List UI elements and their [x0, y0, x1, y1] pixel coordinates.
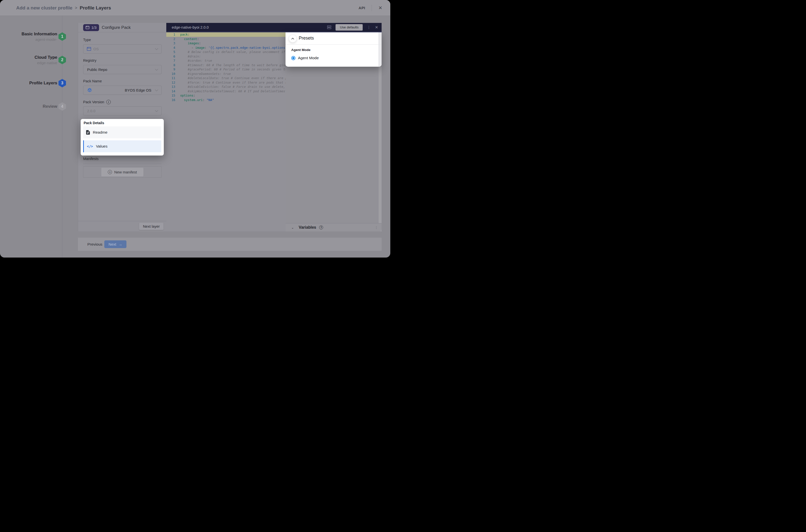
pack-details-readme-item[interactable]: Readme — [83, 127, 161, 138]
agent-mode-radio-label: Agent Mode — [298, 56, 319, 60]
header-actions: API ✕ — [359, 0, 382, 16]
pack-version-label-text: Pack Version — [83, 100, 104, 104]
code-lines[interactable]: 1pack:2 content:3 images:4 - image: '{{.… — [166, 32, 285, 231]
type-value: OS — [93, 47, 99, 51]
step-number: 4 — [61, 104, 63, 109]
step-4-badge[interactable]: 4 — [58, 102, 66, 111]
variables-section-header[interactable]: ⌄ Variables ? ⋮︎ — [285, 223, 381, 231]
step-number: 2 — [61, 58, 63, 62]
presets-collapse-button[interactable] — [289, 35, 297, 42]
registry-label: Registry — [83, 58, 96, 62]
chevron-down-icon — [155, 69, 158, 71]
breadcrumb-parent[interactable]: Add a new cluster profile — [16, 5, 72, 11]
new-manifest-button[interactable]: + New manifest — [83, 166, 162, 178]
side-panel-scrollbar[interactable] — [379, 67, 381, 231]
step-profile-layers[interactable]: Profile Layers — [30, 80, 57, 86]
os-type-icon — [87, 47, 91, 51]
split-view-icon[interactable] — [327, 25, 331, 29]
breadcrumb-separator: > — [75, 6, 77, 10]
registry-value: Public Repo — [87, 68, 107, 72]
new-manifest-label: New manifest — [114, 170, 137, 174]
close-wizard-icon[interactable]: ✕ — [378, 5, 382, 10]
wizard-stepper: Basic Information agent-mode- 1 Cloud Ty… — [0, 16, 78, 258]
step-title: Profile Layers — [30, 80, 57, 86]
presets-scrollbar[interactable] — [378, 32, 381, 67]
cluster-profile-wizard-window: Add a new cluster profile > Profile Laye… — [0, 0, 390, 258]
api-button[interactable]: API — [359, 6, 365, 10]
breadcrumb: Add a new cluster profile > Profile Laye… — [16, 0, 111, 16]
step-title: Review — [42, 104, 57, 109]
chevron-down-icon — [155, 110, 158, 112]
pack-details-title: Pack Details — [83, 121, 104, 125]
step-subtitle: agent-mode- — [21, 37, 57, 42]
pack-version-label: Pack Version i — [83, 100, 111, 104]
configure-pack-header: 1/3 Configure Pack — [78, 23, 166, 32]
plus-icon: + — [108, 170, 112, 174]
type-select[interactable]: OS — [83, 44, 162, 54]
code-icon: </> — [87, 144, 93, 148]
header-divider — [372, 5, 372, 11]
configure-pack-panel: 1/3 Configure Pack Type OS Registry Publ… — [78, 23, 166, 231]
help-icon[interactable]: ? — [319, 225, 323, 229]
pack-step-badge: 1/3 — [83, 24, 99, 31]
document-icon — [86, 130, 90, 135]
registry-select[interactable]: Public Repo — [83, 65, 162, 74]
readme-label: Readme — [93, 130, 108, 135]
step-review[interactable]: Review — [42, 104, 57, 109]
editor-close-icon[interactable]: ✕ — [375, 25, 378, 30]
wizard-footer: Previous Next → — [78, 238, 381, 251]
panel-title: Configure Pack — [102, 25, 131, 30]
editor-title: edge-native-byoi 2.0.0 — [172, 25, 209, 30]
next-button[interactable]: Next → — [104, 240, 127, 248]
pack-version-select[interactable]: 2.0.0 — [83, 106, 162, 115]
editor-actions: Use defaults ⋮︎ ✕ — [327, 23, 378, 32]
chevron-down-icon — [155, 48, 158, 50]
manifests-label: Manifests — [83, 157, 98, 161]
pack-name-label: Pack Name — [83, 79, 102, 83]
step-basic-information[interactable]: Basic Information agent-mode- — [21, 31, 57, 42]
presets-title: Presets — [299, 36, 314, 41]
app-header: Add a new cluster profile > Profile Laye… — [0, 0, 390, 16]
step-title: Basic Information — [21, 31, 57, 37]
step-2-badge[interactable]: 2 — [58, 56, 66, 64]
spectro-pack-logo-icon — [87, 88, 92, 93]
next-layer-button[interactable]: Next layer — [139, 223, 164, 230]
step-number: 1 — [61, 34, 63, 39]
chevron-up-icon — [291, 38, 294, 40]
step-1-badge[interactable]: 1 — [58, 32, 66, 41]
pack-details-popup: Pack Details Readme </> Values — [81, 119, 164, 155]
step-title: Cloud Type — [35, 55, 57, 60]
step-subtitle: edge-native — [35, 61, 57, 65]
agent-mode-radio-option[interactable]: Agent Mode — [291, 56, 319, 60]
step-number: 3 — [61, 81, 63, 86]
info-icon[interactable]: i — [106, 100, 111, 104]
stepper-line — [62, 16, 62, 258]
chevron-down-icon: ⌄ — [291, 226, 294, 229]
pack-details-values-item[interactable]: </> Values — [83, 140, 161, 152]
variables-title: Variables — [299, 225, 316, 230]
kebab-menu-icon[interactable]: ⋮︎ — [367, 26, 371, 28]
editor-header: edge-native-byoi 2.0.0 Use defaults ⋮︎ ✕ — [166, 23, 381, 32]
pack-version-value: 2.0.0 — [87, 109, 95, 113]
pack-name-select[interactable]: BYOS Edge OS — [83, 86, 162, 95]
window-icon — [86, 26, 89, 29]
previous-button[interactable]: Previous — [87, 238, 102, 251]
arrow-right-icon: → — [118, 242, 122, 246]
use-defaults-button[interactable]: Use defaults — [336, 24, 363, 31]
next-button-label: Next — [109, 242, 116, 246]
page-title: Profile Layers — [80, 5, 111, 11]
radio-selected-icon — [291, 56, 296, 60]
step-cloud-type[interactable]: Cloud Type edge-native — [35, 55, 57, 65]
presets-section: Presets Agent Mode Agent Mode — [285, 32, 381, 67]
pack-name-value: BYOS Edge OS — [125, 88, 151, 92]
pack-step-count: 1/3 — [91, 25, 97, 30]
new-manifest-inner: + New manifest — [101, 168, 143, 176]
variables-kebab-icon[interactable]: ⋮︎ — [375, 227, 378, 228]
step-3-badge[interactable]: 3 — [58, 79, 66, 87]
editor-side-panel: Presets Agent Mode Agent Mode ⌄ Variable… — [285, 32, 381, 231]
type-label: Type — [83, 38, 91, 42]
next-layer-bar: Next layer — [78, 221, 166, 231]
agent-mode-group-label: Agent Mode — [291, 48, 311, 52]
values-label: Values — [96, 144, 107, 149]
chevron-down-icon — [155, 89, 158, 91]
